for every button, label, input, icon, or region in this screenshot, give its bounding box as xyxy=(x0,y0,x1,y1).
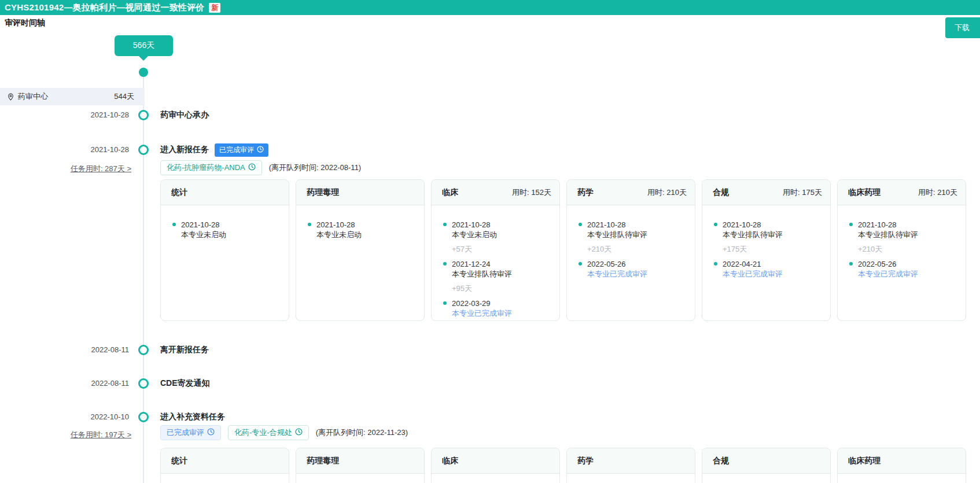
entry-date: 2021-10-28 xyxy=(181,220,283,230)
review-complete-tag[interactable]: 已完成审评 xyxy=(160,425,221,440)
event-node-circle xyxy=(138,110,149,120)
event-title-text: 离开新报任务 xyxy=(160,345,209,355)
entry-dot-icon xyxy=(308,223,311,226)
card-title: 药理毒理 xyxy=(307,187,339,198)
entry-status: 本专业已完成审评 xyxy=(452,308,554,318)
timeline-start-dot xyxy=(139,68,148,77)
card-entry: 2022-03-29 本专业已完成审评 xyxy=(443,298,554,318)
card-header: 药学 xyxy=(567,448,695,474)
card-body: 2021-10-28 本专业未启动 xyxy=(161,205,289,251)
entry-gap-days: +175天 xyxy=(714,245,824,253)
tag-label: 化药-专业-合规处 xyxy=(234,427,292,438)
app-window: CYHS2101942—奥拉帕利片—视同通过一致性评价 新 审评时间轴 下载 5… xyxy=(0,0,980,483)
card-entry: 2021-10-28 本专业未启动 xyxy=(308,220,418,239)
specialty-card-compliance: 合规 xyxy=(702,448,831,483)
queue-leave-time: (离开队列时间: 2022-08-11) xyxy=(269,163,361,173)
entry-status: 本专业排队待审评 xyxy=(452,269,554,279)
card-duration: 用时: 152天 xyxy=(512,187,551,198)
new-badge: 新 xyxy=(209,3,220,13)
card-duration: 用时: 175天 xyxy=(783,187,822,198)
event-title: 药审中心承办 xyxy=(160,109,209,121)
card-body xyxy=(567,474,695,483)
card-header: 合规 xyxy=(702,448,830,474)
clock-icon xyxy=(295,428,303,437)
total-days-tooltip: 566天 xyxy=(115,35,173,56)
specialty-card-clinical: 临床 xyxy=(431,448,560,483)
center-name: 药审中心 xyxy=(18,91,48,102)
card-header: 临床 xyxy=(432,448,559,474)
card-header: 临床药理 xyxy=(838,448,966,474)
specialty-card-statistics: 统计 2021-10-28 本专业未启动 xyxy=(160,179,289,321)
card-entry: 2022-04-21 本专业已完成审评 xyxy=(714,259,824,279)
event-title: CDE寄发通知 xyxy=(160,377,210,390)
specialty-card-pharmtox: 药理毒理 2021-10-28 本专业未启动 xyxy=(296,179,425,321)
entry-dot-icon xyxy=(443,301,447,305)
record-title: CYHS2101942—奥拉帕利片—视同通过一致性评价 xyxy=(5,2,204,13)
event-title-text: 进入补充资料任务 xyxy=(160,412,225,422)
card-entry: 2021-10-28 本专业排队待审评 xyxy=(849,220,960,239)
specialty-card-pharmacy: 药学 用时: 210天 2021-10-28 本专业排队待审评 +210天 20… xyxy=(566,179,695,321)
card-title: 临床药理 xyxy=(848,187,880,198)
entry-date: 2022-05-26 xyxy=(587,259,689,269)
tag-label: 化药-抗肿瘤药物-ANDA xyxy=(167,163,245,173)
category-tag[interactable]: 化药-抗肿瘤药物-ANDA xyxy=(160,160,262,175)
card-title: 临床 xyxy=(442,456,458,466)
clock-icon xyxy=(257,146,264,154)
event-title-text: 进入新报任务 xyxy=(160,145,209,155)
entry-date: 2021-10-28 xyxy=(587,220,689,230)
entry-date: 2021-10-28 xyxy=(858,220,960,230)
event-title-text: CDE寄发通知 xyxy=(160,378,210,389)
specialty-card-pharmtox: 药理毒理 xyxy=(296,448,425,483)
review-complete-badge[interactable]: 已完成审评 xyxy=(215,143,268,157)
entry-date: 2022-04-21 xyxy=(723,259,824,269)
category-tag[interactable]: 化药-专业-合规处 xyxy=(228,425,309,440)
card-body xyxy=(838,474,966,483)
card-body xyxy=(296,474,424,483)
specialty-card-pharmacy: 药学 xyxy=(566,448,695,483)
specialty-card-statistics: 统计 xyxy=(160,448,289,483)
tooltip-arrow xyxy=(139,56,148,61)
card-body: 2021-10-28 本专业未启动 xyxy=(296,205,424,251)
entry-status: 本专业排队待审评 xyxy=(587,230,689,239)
card-body: 2021-10-28 本专业排队待审评 +175天 2022-04-21 本专业… xyxy=(702,205,830,290)
event-date: 2022-08-11 xyxy=(12,345,129,354)
card-body xyxy=(432,474,559,483)
entry-status: 本专业未启动 xyxy=(452,230,554,239)
card-title: 合规 xyxy=(713,187,729,198)
event-date: 2021-10-28 xyxy=(12,110,129,119)
entry-date: 2022-03-29 xyxy=(452,298,554,308)
entry-gap-days: +210天 xyxy=(849,245,960,253)
event-node-circle xyxy=(138,412,149,422)
download-button[interactable]: 下载 xyxy=(945,17,980,38)
event-title: 进入新报任务 已完成审评 xyxy=(160,143,268,156)
entry-dot-icon xyxy=(579,223,582,226)
clock-icon xyxy=(207,428,215,437)
event-date: 2021-10-28 xyxy=(12,145,129,154)
card-header: 药学 用时: 210天 xyxy=(567,180,695,205)
entry-status: 本专业已完成审评 xyxy=(723,269,824,279)
card-header: 临床药理 用时: 210天 xyxy=(838,180,966,205)
event-date: 2022-10-10 xyxy=(12,412,129,421)
tag-label: 已完成审评 xyxy=(167,427,204,438)
entry-status: 本专业已完成审评 xyxy=(858,269,960,279)
card-entry: 2022-05-26 本专业已完成审评 xyxy=(579,259,689,279)
card-entry: 2021-10-28 本专业排队待审评 xyxy=(714,220,824,239)
entry-dot-icon xyxy=(714,223,717,226)
entry-dot-icon xyxy=(172,223,176,226)
card-entry: 2022-05-26 本专业已完成审评 xyxy=(849,259,960,279)
entry-status: 本专业已完成审评 xyxy=(587,269,689,279)
card-header: 药理毒理 xyxy=(296,180,424,205)
page-title: 审评时间轴 xyxy=(5,18,45,28)
card-body xyxy=(702,474,830,483)
entry-date: 2021-10-28 xyxy=(723,220,824,230)
specialty-card-clinpharm: 临床药理 xyxy=(837,448,966,483)
specialty-card-compliance: 合规 用时: 175天 2021-10-28 本专业排队待审评 +175天 20… xyxy=(702,179,831,321)
card-header: 药理毒理 xyxy=(296,448,424,474)
event-date: 2022-08-11 xyxy=(12,379,129,388)
event-node-circle xyxy=(138,345,149,355)
task-duration-link[interactable]: 任务用时: 197天 > xyxy=(12,430,131,440)
entry-dot-icon xyxy=(579,262,582,266)
event-tags-row: 已完成审评 化药-专业-合规处 (离开队列时间: 2022-11-23) xyxy=(160,425,408,440)
card-body xyxy=(161,474,289,483)
task-duration-link[interactable]: 任务用时: 287天 > xyxy=(12,164,131,174)
